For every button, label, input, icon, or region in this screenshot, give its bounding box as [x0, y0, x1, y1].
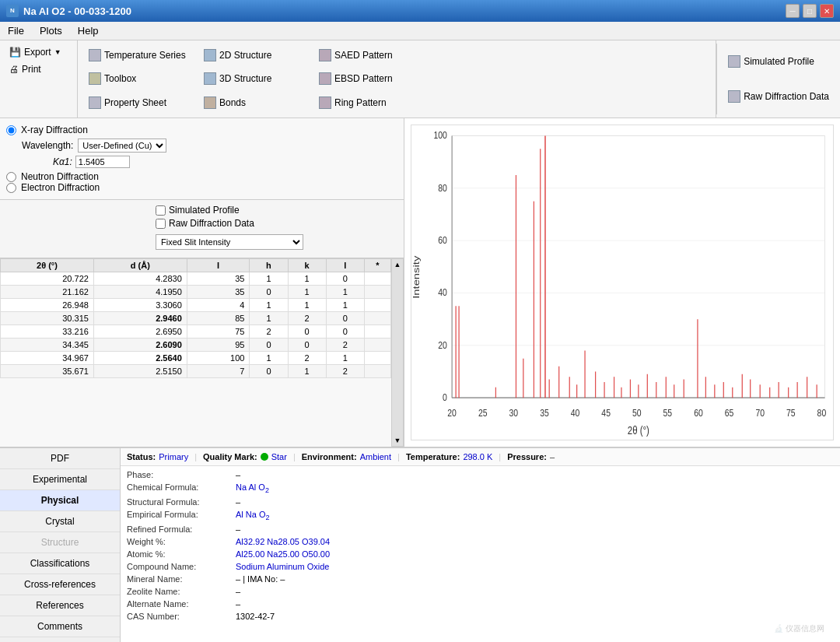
- data-table: 2θ (°) d (Å) I h k l * 20.722: [0, 258, 391, 378]
- detail-phase: Phase: –: [127, 468, 834, 481]
- neutron-radio[interactable]: [6, 172, 16, 182]
- svg-text:0: 0: [443, 391, 447, 404]
- electron-radio[interactable]: [6, 183, 16, 193]
- weight-pct-value: Al32.92 Na28.05 O39.04: [236, 537, 330, 546]
- refined-formula-value: –: [236, 524, 240, 534]
- svg-text:75: 75: [786, 407, 796, 419]
- menu-plots[interactable]: Plots: [37, 23, 65, 38]
- raw-diffraction-toolbar-button[interactable]: Raw Diffraction Data: [723, 89, 834, 104]
- svg-text:100: 100: [433, 129, 447, 142]
- print-button[interactable]: 🖨 Print: [6, 62, 71, 76]
- toolbar-row-1: Temperature Series 2D Structure SAED Pat…: [84, 47, 709, 63]
- table-row[interactable]: 34.345 2.6090 95 0 0 2: [1, 339, 391, 352]
- cell-I: 100: [187, 352, 250, 365]
- ebsd-pattern-button[interactable]: EBSD Pattern: [314, 71, 423, 86]
- toolbox-button[interactable]: Toolbox: [84, 71, 193, 86]
- sidebar-structure[interactable]: Structure: [0, 532, 120, 553]
- 3d-structure-icon: [204, 72, 216, 85]
- table-row[interactable]: 20.722 4.2830 35 1 1 0: [1, 272, 391, 286]
- raw-diffraction-checkbox[interactable]: [156, 219, 166, 229]
- cell-h: 1: [250, 312, 288, 325]
- svg-rect-0: [452, 135, 824, 398]
- minimize-button[interactable]: ─: [786, 4, 800, 18]
- 2d-structure-button[interactable]: 2D Structure: [199, 47, 308, 63]
- table-row[interactable]: 33.216 2.6950 75 2 0 0: [1, 325, 391, 339]
- table-row[interactable]: 34.967 2.5640 100 1 2 1: [1, 352, 391, 365]
- detail-atomic-pct: Atomic %: Al25.00 Na25.00 O50.00: [127, 548, 834, 560]
- simulated-profile-checkbox[interactable]: [156, 205, 166, 216]
- svg-text:80: 80: [817, 407, 827, 419]
- chart-svg: 100 80 60 40 20 0 Intensity 20 25 30 35 …: [411, 125, 833, 440]
- xray-radio[interactable]: [6, 125, 16, 135]
- temperature-label: Temperature:: [406, 452, 460, 461]
- 3d-structure-button[interactable]: 3D Structure: [199, 71, 308, 86]
- cell-d: 3.3060: [93, 299, 187, 312]
- compound-name-value: Sodium Aluminum Oxide: [236, 562, 329, 571]
- neutron-radio-row: Neutron Diffraction: [6, 171, 397, 182]
- scroll-down-button[interactable]: ▼: [393, 435, 403, 446]
- svg-text:40: 40: [438, 286, 447, 299]
- cell-l: 2: [326, 365, 364, 378]
- status-value: Primary: [159, 452, 188, 461]
- compound-name-label: Compound Name:: [127, 562, 236, 571]
- left-panel: X-ray Diffraction Wavelength: User-Defin…: [0, 118, 404, 447]
- structural-formula-label: Structural Formula:: [127, 497, 236, 507]
- simulated-profile-toolbar-button[interactable]: Simulated Profile: [723, 54, 834, 69]
- sidebar-classifications[interactable]: Classifications: [0, 553, 120, 574]
- cell-h: 1: [250, 299, 288, 312]
- cell-2theta: 21.162: [1, 286, 94, 299]
- window-controls: ─ □ ✕: [786, 4, 834, 18]
- window-title: N Na Al O2 - 00-033-1200: [6, 5, 131, 17]
- sidebar-pdf[interactable]: PDF: [0, 448, 120, 469]
- bonds-button[interactable]: Bonds: [199, 95, 308, 111]
- table-scrollbar[interactable]: ▲ ▼: [391, 258, 404, 447]
- cell-2theta: 34.967: [1, 352, 94, 365]
- svg-text:60: 60: [438, 234, 447, 247]
- cell-l: 1: [326, 286, 364, 299]
- alternate-name-value: –: [236, 599, 240, 609]
- app-icon: N: [6, 5, 19, 17]
- menu-file[interactable]: File: [5, 23, 27, 38]
- detail-zeolite-name: Zeolite Name: –: [127, 585, 834, 598]
- cell-I: 95: [187, 339, 250, 352]
- ring-pattern-button[interactable]: Ring Pattern: [314, 95, 423, 111]
- data-table-scroll[interactable]: 2θ (°) d (Å) I h k l * 20.722: [0, 258, 391, 447]
- sidebar-cross-references[interactable]: Cross-references: [0, 574, 120, 595]
- sidebar-physical[interactable]: Physical: [0, 490, 120, 511]
- cell-d: 4.1950: [93, 286, 187, 299]
- atomic-pct-value: Al25.00 Na25.00 O50.00: [236, 549, 330, 559]
- table-row[interactable]: 26.948 3.3060 4 1 1 1: [1, 299, 391, 312]
- scroll-up-button[interactable]: ▲: [393, 259, 403, 270]
- cell-d: 2.9460: [93, 312, 187, 325]
- saed-pattern-button[interactable]: SAED Pattern: [314, 47, 423, 63]
- export-button[interactable]: 💾 Export ▼: [6, 45, 71, 59]
- sep4: |: [499, 452, 501, 461]
- wavelength-select[interactable]: User-Defined (Cu) Cu Kα Mo Kα: [78, 139, 166, 153]
- detail-empirical-formula: Empirical Formula: Al Na O2: [127, 508, 834, 523]
- cell-2theta: 35.671: [1, 365, 94, 378]
- table-row[interactable]: 35.671 2.5150 7 0 1 2: [1, 365, 391, 378]
- wavelength-row: Wavelength: User-Defined (Cu) Cu Kα Mo K…: [22, 139, 397, 153]
- cas-number-value: 1302-42-7: [236, 612, 275, 621]
- menu-help[interactable]: Help: [75, 23, 102, 38]
- sidebar-references[interactable]: References: [0, 595, 120, 616]
- profile-select[interactable]: Fixed Slit Intensity Variable Slit Inten…: [156, 234, 303, 250]
- sidebar-crystal[interactable]: Crystal: [0, 511, 120, 532]
- cell-k: 1: [288, 365, 326, 378]
- sidebar-experimental[interactable]: Experimental: [0, 469, 120, 490]
- kalpha-input[interactable]: [75, 156, 130, 168]
- sidebar-comments[interactable]: Comments: [0, 616, 120, 637]
- table-row[interactable]: 30.315 2.9460 85 1 2 0: [1, 312, 391, 325]
- cell-l: 1: [326, 352, 364, 365]
- col-l: l: [326, 259, 364, 272]
- zeolite-name-value: –: [236, 587, 240, 596]
- temperature-series-button[interactable]: Temperature Series: [84, 47, 193, 63]
- table-row[interactable]: 21.162 4.1950 35 0 1 1: [1, 286, 391, 299]
- maximize-button[interactable]: □: [803, 4, 817, 18]
- close-button[interactable]: ✕: [820, 4, 834, 18]
- cell-star: [364, 286, 390, 299]
- property-sheet-button[interactable]: Property Sheet: [84, 95, 193, 111]
- bottom-panel: PDF Experimental Physical Crystal Struct…: [0, 447, 840, 642]
- svg-text:20: 20: [438, 339, 447, 352]
- cell-star: [364, 365, 390, 378]
